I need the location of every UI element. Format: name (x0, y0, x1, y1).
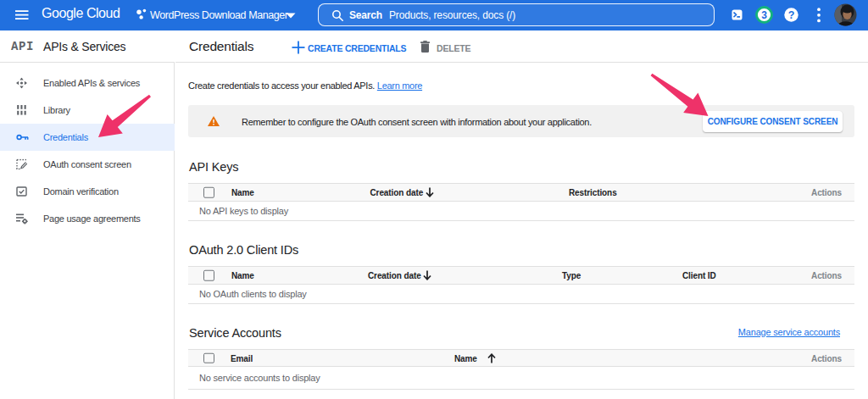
svg-text:3: 3 (761, 9, 767, 21)
svg-text:?: ? (788, 9, 795, 21)
